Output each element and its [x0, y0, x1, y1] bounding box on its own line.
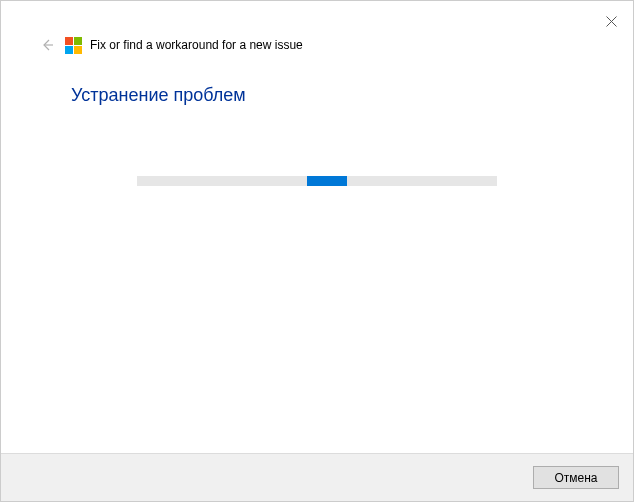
- cancel-button[interactable]: Отмена: [533, 466, 619, 489]
- page-heading: Устранение проблем: [71, 85, 633, 106]
- close-icon: [606, 16, 617, 27]
- close-button[interactable]: [601, 11, 621, 31]
- microsoft-logo-icon: [65, 37, 82, 54]
- troubleshooter-window: Fix or find a workaround for a new issue…: [0, 0, 634, 502]
- progress-bar: [137, 176, 497, 186]
- header: Fix or find a workaround for a new issue: [1, 1, 633, 55]
- footer: Отмена: [1, 453, 633, 501]
- progress-indicator: [307, 176, 347, 186]
- back-arrow-icon: [39, 37, 55, 53]
- window-title: Fix or find a workaround for a new issue: [90, 38, 303, 52]
- back-button: [37, 35, 57, 55]
